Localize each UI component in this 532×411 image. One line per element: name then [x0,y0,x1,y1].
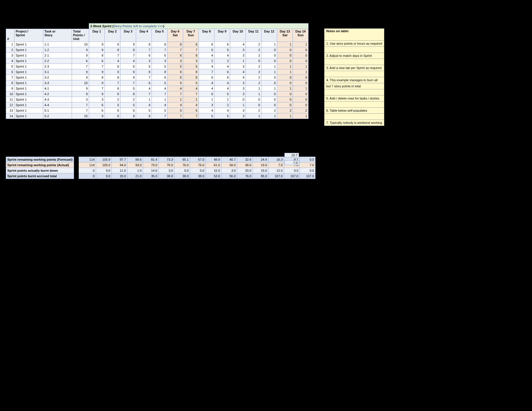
cell-day[interactable]: 1 [293,64,309,69]
cell-day[interactable]: 1 [136,97,152,102]
cell-day[interactable]: 8 [120,47,136,53]
cell-day[interactable]: 3 [136,58,152,64]
cell-day[interactable]: 4 [214,53,230,58]
cell-day[interactable]: 5 [120,86,136,91]
cell-index[interactable]: 4 [6,58,15,64]
cell-day[interactable]: 0 [230,97,246,102]
cell-day[interactable]: 7 [120,80,136,86]
cell-day[interactable]: 8 [120,75,136,80]
cell-day[interactable]: 0 [277,58,293,64]
cell-day[interactable]: 0 [262,97,277,102]
cell-day[interactable]: 8 [136,69,152,75]
cell-day[interactable]: 4 [199,80,214,86]
cell-day[interactable]: 7 [167,91,183,97]
cell-day[interactable]: 7 [167,113,183,119]
cell-day[interactable]: 1 [262,113,277,119]
cell-project[interactable]: Sprint 1 [15,86,43,91]
cell-day[interactable]: 2 [214,58,230,64]
cell-day[interactable]: 8 [167,42,183,47]
cell-day[interactable]: 4 [230,42,246,47]
cell-day[interactable]: 1 [262,64,277,69]
cell-points[interactable]: 9 [72,69,89,75]
cell-day[interactable]: 9 [89,42,105,47]
cell-day[interactable]: 9 [120,42,136,47]
cell-day[interactable]: 6 [105,86,120,91]
cell-project[interactable]: Sprint 1 [15,97,43,102]
cell-day[interactable]: 1 [167,97,183,102]
cell-day[interactable]: 6 [183,75,199,80]
cell-day[interactable]: 2 [246,75,262,80]
cell-day[interactable]: 7 [183,91,199,97]
cell-day[interactable]: 0 [277,80,293,86]
cell-day[interactable]: 4 [199,86,214,91]
cell-day[interactable]: 6 [89,108,105,113]
cell-day[interactable]: 2 [246,64,262,69]
cell-day[interactable]: 0 [293,91,309,97]
cell-day[interactable]: 4 [167,86,183,91]
cell-day[interactable]: 8 [105,75,120,80]
cell-day[interactable]: 7 [136,75,152,80]
cell-day[interactable]: 7 [167,47,183,53]
cell-index[interactable]: 1 [6,42,15,47]
cell-day[interactable]: 1 [293,113,309,119]
cell-project[interactable]: Sprint 1 [15,113,43,119]
cell-day[interactable]: 1 [230,58,246,64]
cell-day[interactable]: 0 [262,91,277,97]
cell-day[interactable]: 8 [167,69,183,75]
cell-index[interactable]: 2 [6,47,15,53]
cell-day[interactable]: 7 [105,53,120,58]
cell-day[interactable]: 6 [214,42,230,47]
cell-day[interactable]: 1 [199,97,214,102]
cell-day[interactable]: 1 [246,86,262,91]
cell-points[interactable]: 9 [72,86,89,91]
cell-points[interactable]: 9 [72,75,89,80]
cell-day[interactable]: 3 [230,91,246,97]
cell-day[interactable]: 6 [105,64,120,69]
cell-index[interactable]: 3 [6,53,15,58]
cell-day[interactable]: 1 [293,86,309,91]
cell-day[interactable]: 8 [105,91,120,97]
cell-day[interactable]: 5 [105,102,120,108]
cell-day[interactable]: 1 [230,102,246,108]
cell-project[interactable]: Sprint 1 [15,80,43,86]
cell-day[interactable]: 2 [293,108,309,113]
cell-task[interactable]: 5-2 [43,113,72,119]
cell-day[interactable]: 9 [89,47,105,53]
cell-day[interactable]: 0 [262,53,277,58]
cell-day[interactable]: 6 [183,53,199,58]
cell-day[interactable]: 9 [105,69,120,75]
cell-day[interactable]: 6 [199,75,214,80]
cell-day[interactable]: 0 [293,80,309,86]
cell-task[interactable]: 4-4 [43,102,72,108]
cell-points[interactable]: 9 [72,53,89,58]
cell-day[interactable]: 7 [105,80,120,86]
cell-day[interactable]: 1 [246,91,262,97]
cell-day[interactable]: 4 [183,86,199,91]
cell-day[interactable]: 4 [199,64,214,69]
cell-day[interactable]: 1 [262,69,277,75]
cell-day[interactable]: 6 [89,58,105,64]
cell-points[interactable]: 6 [72,58,89,64]
cell-task[interactable]: 2-3 [43,64,72,69]
cell-day[interactable]: 6 [105,108,120,113]
cell-day[interactable]: 3 [230,53,246,58]
cell-day[interactable]: 4 [214,64,230,69]
cell-day[interactable]: 5 [214,91,230,97]
cell-day[interactable]: 5 [136,64,152,69]
cell-day[interactable]: 4 [199,53,214,58]
cell-index[interactable]: 5 [6,64,15,69]
cell-day[interactable]: 4 [199,108,214,113]
cell-day[interactable]: 6 [167,75,183,80]
cell-day[interactable]: 8 [136,113,152,119]
cell-day[interactable]: 8 [89,53,105,58]
cell-day[interactable]: 7 [183,113,199,119]
cell-day[interactable]: 2 [246,47,262,53]
cell-day[interactable]: 0 [262,75,277,80]
cell-day[interactable]: 7 [136,47,152,53]
cell-day[interactable]: 4 [105,58,120,64]
cell-day[interactable]: 1 [277,42,293,47]
cell-day[interactable]: 2 [246,53,262,58]
cell-project[interactable]: Sprint 1 [15,64,43,69]
cell-day[interactable]: 6 [136,80,152,86]
cell-points[interactable]: 10 [72,80,89,86]
